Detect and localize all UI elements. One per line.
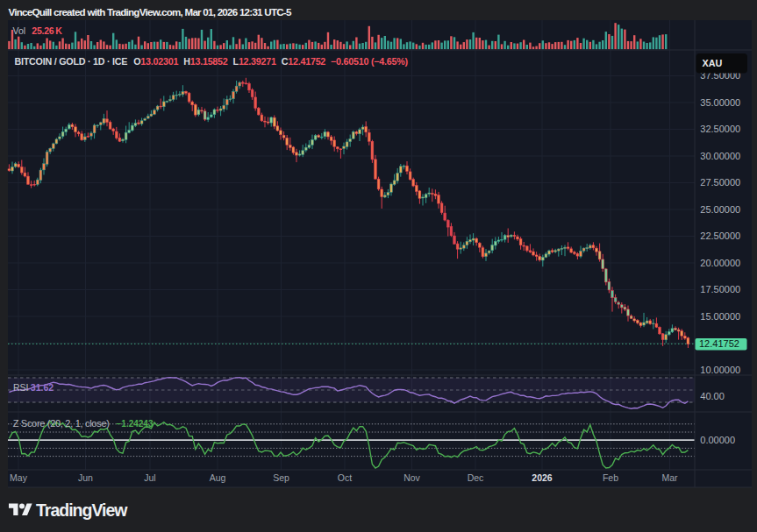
svg-text:17.50000: 17.50000 xyxy=(700,284,740,294)
svg-text:RSI: RSI xyxy=(13,382,29,393)
svg-text:31.62: 31.62 xyxy=(31,382,54,393)
svg-text:0.00000: 0.00000 xyxy=(700,435,735,445)
svg-text:May: May xyxy=(10,472,28,483)
svg-text:Jul: Jul xyxy=(144,472,155,483)
svg-text:25.26 K: 25.26 K xyxy=(32,25,62,36)
svg-text:Nov: Nov xyxy=(403,472,420,483)
svg-text:−1.24243: −1.24243 xyxy=(117,419,154,429)
svg-text:10.00000: 10.00000 xyxy=(700,365,740,375)
svg-text:40.00: 40.00 xyxy=(700,391,725,401)
svg-text:32.50000: 32.50000 xyxy=(700,124,740,134)
svg-text:35.00000: 35.00000 xyxy=(700,97,740,108)
svg-text:Feb: Feb xyxy=(603,472,618,483)
svg-text:15.00000: 15.00000 xyxy=(700,311,740,322)
svg-text:XAU: XAU xyxy=(703,58,723,68)
svg-text:25.00000: 25.00000 xyxy=(700,204,740,215)
svg-text:12.41752: 12.41752 xyxy=(699,338,739,349)
svg-text:Z Score (20, 2, 1, close): Z Score (20, 2, 1, close) xyxy=(13,418,110,429)
svg-text:Aug: Aug xyxy=(210,472,226,483)
svg-text:27.50000: 27.50000 xyxy=(700,177,740,188)
svg-text:Vol: Vol xyxy=(13,25,26,36)
svg-text:30.00000: 30.00000 xyxy=(700,151,740,161)
svg-text:20.00000: 20.00000 xyxy=(700,258,740,268)
svg-text:BITCOIN / GOLD · 1D · ICEO13.0: BITCOIN / GOLD · 1D · ICEO13.02301H13.15… xyxy=(15,56,409,67)
svg-text:Dec: Dec xyxy=(468,472,484,483)
svg-text:Sep: Sep xyxy=(273,472,289,483)
svg-text:Mar: Mar xyxy=(661,472,678,483)
svg-text:22.50000: 22.50000 xyxy=(700,231,740,241)
svg-text:Jun: Jun xyxy=(78,472,93,483)
svg-text:Oct: Oct xyxy=(338,472,352,483)
svg-text:2026: 2026 xyxy=(532,472,553,483)
svg-text:VinceQuill created with Tradin: VinceQuill created with TradingView.com,… xyxy=(9,6,292,18)
svg-text:TradingView: TradingView xyxy=(36,500,128,520)
